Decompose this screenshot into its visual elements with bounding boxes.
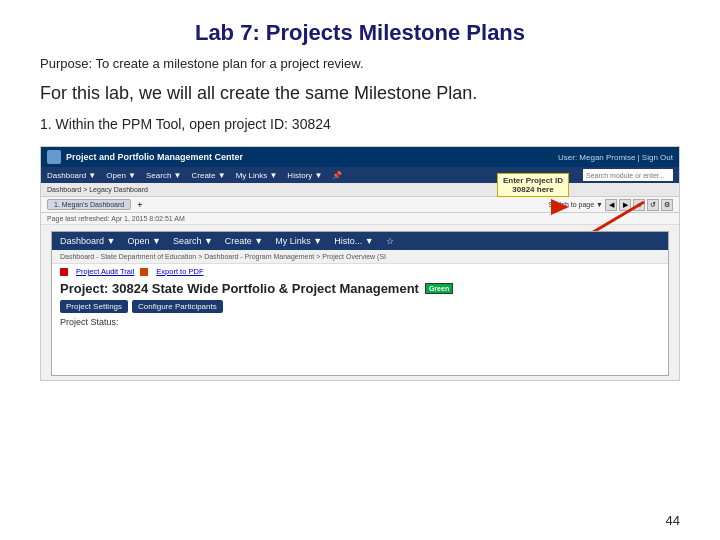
ppm-date-bar: Page last refreshed: Apr 1, 2015 8:02:51… xyxy=(41,213,679,225)
nav-back-btn[interactable]: ◀ xyxy=(605,199,617,211)
ppm-top-bar: Project and Portfolio Management Center … xyxy=(41,147,679,167)
inner-nav-open[interactable]: Open ▼ xyxy=(127,236,160,246)
nav-history[interactable]: History ▼ xyxy=(287,171,322,180)
project-settings-button[interactable]: Project Settings xyxy=(60,300,128,313)
nav-open[interactable]: Open ▼ xyxy=(106,171,136,180)
ppm-tab-dashboard[interactable]: 1. Megan's Dashboard xyxy=(47,199,131,210)
nav-pin[interactable]: 📌 xyxy=(332,171,342,180)
configure-participants-button[interactable]: Configure Participants xyxy=(132,300,223,313)
inner-nav-bar: Dashboard ▼ Open ▼ Search ▼ Create ▼ My … xyxy=(52,232,668,250)
ppm-breadcrumb: Dashboard > Legacy Dashboard xyxy=(41,183,679,197)
inner-nav-dashboard[interactable]: Dashboard ▼ xyxy=(60,236,115,246)
nav-refresh-btn[interactable]: ↺ xyxy=(647,199,659,211)
export-pdf-link[interactable]: Export to PDF xyxy=(156,267,203,276)
export-icon xyxy=(140,268,148,276)
screenshot-area: Project and Portfolio Management Center … xyxy=(40,146,680,381)
inner-nav-history[interactable]: Histo... ▼ xyxy=(334,236,373,246)
nav-dashboard[interactable]: Dashboard ▼ xyxy=(47,171,96,180)
inner-nav-mylinks[interactable]: My Links ▼ xyxy=(275,236,322,246)
nav-settings-btn[interactable]: ⚙ xyxy=(661,199,673,211)
nav-fwd-btn[interactable]: ▶ xyxy=(619,199,631,211)
page-number: 44 xyxy=(666,513,680,528)
page-container: Lab 7: Projects Milestone Plans Purpose:… xyxy=(0,0,720,540)
for-this-lab-text: For this lab, we will all create the sam… xyxy=(40,83,680,104)
nav-mylinks[interactable]: My Links ▼ xyxy=(236,171,278,180)
inner-links-row: Project Audit Trail Export to PDF xyxy=(52,264,668,279)
nav-create[interactable]: Create ▼ xyxy=(192,171,226,180)
nav-home-btn[interactable]: ⌂ xyxy=(633,199,645,211)
inner-nav-star: ☆ xyxy=(386,236,394,246)
project-state-label: Project Status: xyxy=(52,313,668,331)
ppm-bar-title: Project and Portfolio Management Center xyxy=(66,152,243,162)
ppm-tab-bar: 1. Megan's Dashboard + Switch to page ▼ … xyxy=(41,197,679,213)
ppm-user-info: User: Megan Promise | Sign Out xyxy=(558,153,673,162)
ppm-search-input[interactable] xyxy=(583,169,673,181)
inner-nav-search[interactable]: Search ▼ xyxy=(173,236,213,246)
ppm-tab-add-icon[interactable]: + xyxy=(137,200,142,210)
audit-icon xyxy=(60,268,68,276)
inner-project-title: Project: 30824 State Wide Portfolio & Pr… xyxy=(52,279,668,300)
inner-nav-create[interactable]: Create ▼ xyxy=(225,236,263,246)
annotation-box: Enter Project ID 30824 here xyxy=(497,173,569,215)
page-title: Lab 7: Projects Milestone Plans xyxy=(40,20,680,46)
inner-screenshot: Dashboard ▼ Open ▼ Search ▼ Create ▼ My … xyxy=(51,231,669,376)
green-badge: Green xyxy=(425,283,453,294)
inner-buttons-row: Project Settings Configure Participants xyxy=(52,300,668,313)
inner-breadcrumb: Dashboard - State Department of Educatio… xyxy=(52,250,668,264)
hp-logo xyxy=(47,150,61,164)
purpose-text: Purpose: To create a milestone plan for … xyxy=(40,56,680,71)
annotation-arrow xyxy=(551,199,569,215)
step-1-text: 1. Within the PPM Tool, open project ID:… xyxy=(40,116,680,132)
annotation-label: Enter Project ID 30824 here xyxy=(497,173,569,197)
audit-trail-link[interactable]: Project Audit Trail xyxy=(76,267,134,276)
ppm-nav-bar: Dashboard ▼ Open ▼ Search ▼ Create ▼ My … xyxy=(41,167,679,183)
nav-search[interactable]: Search ▼ xyxy=(146,171,182,180)
